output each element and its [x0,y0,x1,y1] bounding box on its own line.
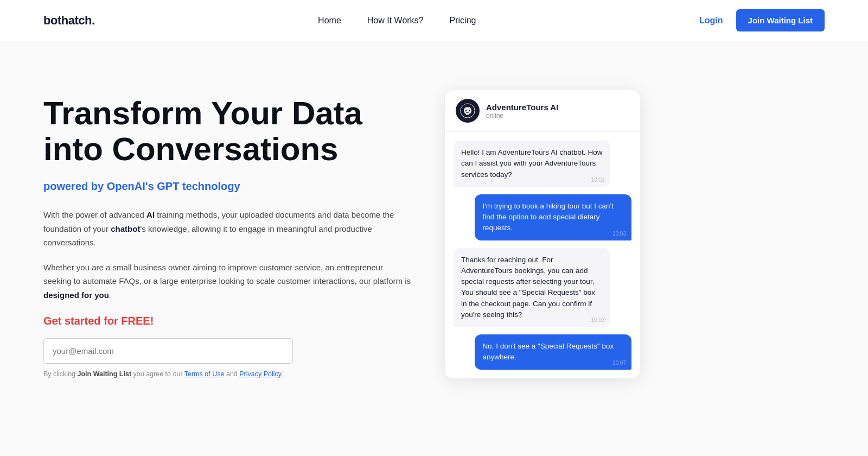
message-2-bubble: I'm trying to book a hiking tour but I c… [475,194,631,240]
chat-header: AdventureTours AI online [445,90,640,132]
message-4: No, I don't see a "Special Requests" box… [454,334,631,370]
hero-cta-label: Get started for FREE! [43,315,412,327]
chat-header-info: AdventureTours AI online [486,103,558,119]
message-1: Hello! I am AdventureTours AI chatbot. H… [454,141,631,187]
login-link[interactable]: Login [699,16,723,26]
chat-bot-name: AdventureTours AI [486,103,558,112]
message-3-bubble: Thanks for reaching out. For AdventureTo… [454,248,610,327]
chat-widget: AdventureTours AI online Hello! I am Adv… [445,90,640,378]
chat-status: online [486,112,558,119]
chat-avatar-icon [460,103,475,118]
nav-join-waiting-list-button[interactable]: Join Waiting List [736,9,825,31]
terms-link[interactable]: Terms of Use [184,370,225,378]
hero-body2: Whether you are a small business owner a… [43,261,412,302]
message-3: Thanks for reaching out. For AdventureTo… [454,248,631,327]
nav-links: Home How It Works? Pricing [318,16,476,26]
privacy-link[interactable]: Privacy Policy [239,370,281,378]
hero-disclaimer: By clicking Join Waiting List you agree … [43,370,412,378]
chat-avatar [456,99,480,123]
hero-section: Transform Your Data into Conversations p… [0,41,868,456]
nav-pricing[interactable]: Pricing [450,16,476,25]
navbar: bothatch. Home How It Works? Pricing Log… [0,0,868,41]
message-1-bubble: Hello! I am AdventureTours AI chatbot. H… [454,141,610,187]
nav-home[interactable]: Home [318,16,341,25]
nav-actions: Login Join Waiting List [699,9,825,31]
email-input[interactable] [43,338,293,364]
hero-right: AdventureTours AI online Hello! I am Adv… [445,85,640,378]
message-4-bubble: No, I don't see a "Special Requests" box… [475,334,631,370]
svg-point-2 [469,110,470,112]
hero-left: Transform Your Data into Conversations p… [43,85,412,378]
hero-subtitle: powered by OpenAI's GPT technology [43,180,412,193]
nav-how-it-works[interactable]: How It Works? [367,16,424,25]
hero-body1: With the power of advanced AI training m… [43,208,412,250]
message-2: I'm trying to book a hiking tour but I c… [454,194,631,240]
chat-messages: Hello! I am AdventureTours AI chatbot. H… [445,132,640,378]
svg-point-1 [465,110,467,112]
hero-title: Transform Your Data into Conversations [43,96,412,167]
logo: bothatch. [43,14,95,28]
